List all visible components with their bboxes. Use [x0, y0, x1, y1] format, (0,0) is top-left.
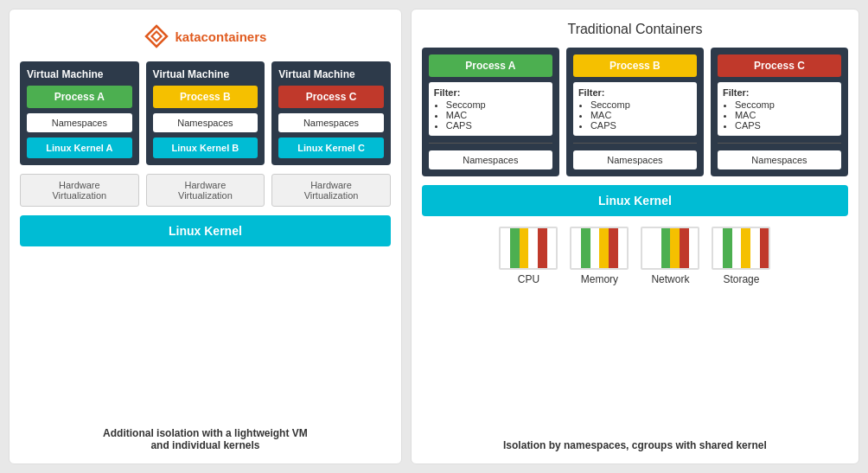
- kernel-a: Linux Kernel A: [27, 137, 132, 158]
- process-c-label: Process C: [278, 86, 384, 108]
- mem-seg-4: [609, 228, 618, 268]
- divider-b: [573, 143, 697, 144]
- right-title: Traditional Containers: [422, 22, 848, 37]
- storage-bar: [712, 227, 770, 270]
- vm-box-c: Virtual Machine Process C Namespaces Lin…: [271, 61, 391, 165]
- filter-a-item-0: Seccomp: [446, 99, 547, 110]
- resource-network: Network: [641, 227, 699, 285]
- vm-title-c: Virtual Machine: [278, 68, 384, 80]
- right-footer: Isolation by namespaces, cgroups with sh…: [422, 439, 848, 451]
- net-seg-2: [661, 228, 671, 268]
- left-footer-line2: and individual kernels: [150, 439, 259, 451]
- kernel-b: Linux Kernel B: [153, 137, 258, 158]
- mem-seg-5: [618, 228, 628, 268]
- left-footer: Additional isolation with a lightweight …: [103, 427, 308, 451]
- divider-a: [429, 143, 552, 144]
- process-col-b: Process B Filter: Seccomp MAC CAPS Names…: [566, 48, 704, 176]
- hw-box-c: HardwareVirtualization: [271, 174, 391, 207]
- namespace-c: Namespaces: [278, 113, 384, 132]
- cpu-seg-1: [510, 228, 520, 268]
- resource-row: CPU Memory: [422, 227, 848, 285]
- network-bar: [641, 227, 699, 270]
- cpu-seg-3: [528, 228, 538, 268]
- resource-memory: Memory: [570, 227, 629, 285]
- linux-kernel-full-right: Linux Kernel: [422, 185, 848, 216]
- process-cols: Process A Filter: Seccomp MAC CAPS Names…: [422, 48, 848, 176]
- process-a-label: Process A: [27, 86, 132, 108]
- filter-c-label: Filter:: [723, 87, 836, 98]
- filter-a: Filter: Seccomp MAC CAPS: [429, 82, 552, 136]
- hw-box-b: HardwareVirtualization: [146, 174, 265, 207]
- cpu-seg-0: [501, 228, 510, 268]
- left-footer-line1: Additional isolation with a lightweight …: [103, 427, 308, 439]
- process-col-a: Process A Filter: Seccomp MAC CAPS Names…: [422, 48, 559, 176]
- sto-seg-5: [760, 228, 769, 268]
- vm-title-a: Virtual Machine: [27, 68, 132, 80]
- memory-bar: [570, 227, 629, 270]
- mem-seg-3: [599, 228, 609, 268]
- sto-seg-2: [732, 228, 742, 268]
- mem-seg-1: [581, 228, 590, 268]
- resource-storage: Storage: [712, 227, 770, 285]
- filter-c-item-2: CAPS: [735, 120, 836, 131]
- filter-b-label: Filter:: [578, 87, 692, 98]
- hw-box-a: HardwareVirtualization: [20, 174, 139, 207]
- cpu-seg-2: [520, 228, 529, 268]
- filter-c-item-1: MAC: [735, 110, 836, 120]
- net-seg-4: [680, 228, 689, 268]
- vm-row: Virtual Machine Process A Namespaces Lin…: [20, 61, 391, 165]
- cpu-seg-5: [547, 228, 557, 268]
- net-seg-0: [642, 228, 652, 268]
- namespace-b: Namespaces: [153, 113, 258, 132]
- sto-seg-3: [741, 228, 750, 268]
- sto-seg-1: [723, 228, 732, 268]
- vm-box-b: Virtual Machine Process B Namespaces Lin…: [146, 61, 265, 165]
- kata-logo-text: katacontainers: [175, 29, 266, 44]
- resource-cpu: CPU: [499, 227, 558, 285]
- trad-process-a: Process A: [429, 54, 552, 77]
- cpu-label: CPU: [518, 273, 539, 285]
- right-panel: Traditional Containers Process A Filter:…: [411, 9, 859, 464]
- hw-row: HardwareVirtualization HardwareVirtualiz…: [20, 174, 391, 207]
- filter-b-item-2: CAPS: [590, 120, 692, 131]
- mem-seg-2: [590, 228, 600, 268]
- filter-c: Filter: Seccomp MAC CAPS: [718, 82, 841, 136]
- storage-label: Storage: [723, 273, 759, 285]
- left-panel: katacontainers Virtual Machine Process A…: [9, 9, 402, 464]
- sto-seg-4: [750, 228, 760, 268]
- trad-namespace-c: Namespaces: [718, 150, 841, 169]
- kata-brand-containers: containers: [201, 29, 267, 44]
- kata-logo: katacontainers: [144, 23, 266, 49]
- kata-logo-icon: [144, 23, 169, 49]
- kata-brand: kata: [175, 29, 201, 44]
- vm-box-a: Virtual Machine Process A Namespaces Lin…: [20, 61, 139, 165]
- filter-b: Filter: Seccomp MAC CAPS: [573, 82, 697, 136]
- trad-namespace-a: Namespaces: [429, 150, 552, 169]
- divider-c: [718, 143, 841, 144]
- filter-b-item-0: Seccomp: [590, 99, 692, 110]
- filter-c-item-0: Seccomp: [735, 99, 836, 110]
- net-seg-1: [652, 228, 661, 268]
- net-seg-5: [689, 228, 699, 268]
- main-container: katacontainers Virtual Machine Process A…: [0, 0, 868, 473]
- trad-process-c: Process C: [718, 54, 841, 77]
- filter-a-list: Seccomp MAC CAPS: [434, 99, 547, 131]
- filter-a-label: Filter:: [434, 87, 547, 98]
- cpu-seg-4: [538, 228, 547, 268]
- filter-a-item-1: MAC: [446, 110, 547, 120]
- process-col-c: Process C Filter: Seccomp MAC CAPS Names…: [711, 48, 848, 176]
- sto-seg-0: [713, 228, 723, 268]
- memory-label: Memory: [581, 273, 618, 285]
- filter-b-list: Seccomp MAC CAPS: [578, 99, 692, 131]
- vm-title-b: Virtual Machine: [153, 68, 258, 80]
- trad-namespace-b: Namespaces: [573, 150, 697, 169]
- net-seg-3: [670, 228, 680, 268]
- trad-process-b: Process B: [573, 54, 697, 77]
- namespace-a: Namespaces: [27, 113, 132, 132]
- filter-b-item-1: MAC: [590, 110, 692, 120]
- filter-c-list: Seccomp MAC CAPS: [723, 99, 836, 131]
- network-label: Network: [651, 273, 689, 285]
- kernel-c: Linux Kernel C: [278, 137, 384, 158]
- mem-seg-0: [571, 228, 581, 268]
- process-b-label: Process B: [153, 86, 258, 108]
